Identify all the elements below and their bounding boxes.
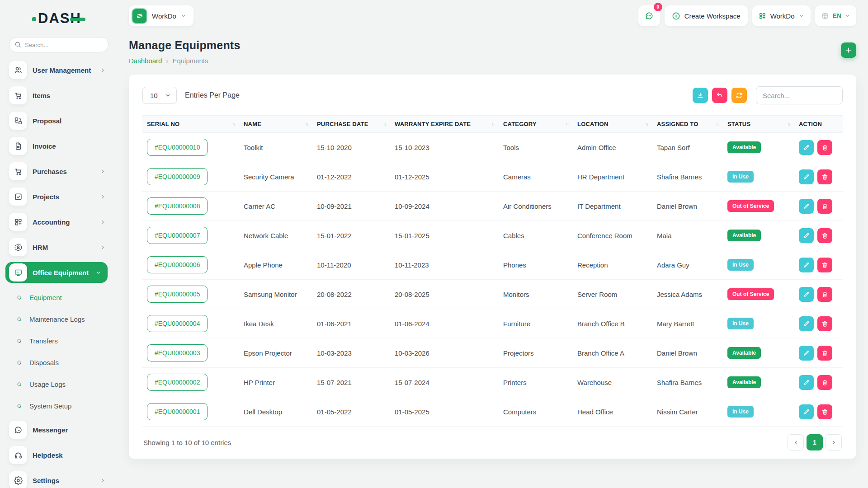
column-header[interactable]: LOCATION ↑↓ (573, 116, 652, 133)
column-header[interactable]: CATEGORY ↑↓ (499, 116, 573, 133)
warranty-expire-date-cell: 15-01-2025 (390, 221, 499, 250)
assigned-to-cell: Daniel Brown (652, 192, 723, 221)
plus-circle-icon (672, 12, 680, 20)
edit-button[interactable] (799, 140, 814, 155)
refresh-button[interactable] (731, 88, 747, 103)
edit-button[interactable] (799, 316, 814, 331)
entries-per-page-select[interactable]: 10 (142, 87, 177, 104)
serial-badge: #EQU00000008 (147, 197, 208, 215)
purchase-date-cell: 01-05-2022 (312, 397, 390, 427)
sidebar-item-invoice[interactable]: Invoice (9, 136, 118, 156)
delete-button[interactable] (817, 228, 832, 243)
create-workspace-button[interactable]: Create Workspace (665, 5, 748, 26)
delete-button[interactable] (817, 199, 832, 214)
column-header[interactable]: ACTION ↑↓ (794, 116, 843, 133)
serial-badge: #EQU00000010 (147, 139, 208, 156)
column-header-label: ACTION (799, 121, 822, 127)
purchase-date-cell: 20-08-2022 (312, 280, 390, 309)
status-cell: In Use (723, 309, 794, 338)
delete-button[interactable] (817, 375, 832, 390)
sidebar-item-office-equipment[interactable]: Office Equipment (5, 262, 108, 283)
delete-button[interactable] (817, 258, 832, 272)
submenu-item-usage-logs[interactable]: Usage Logs (9, 375, 118, 393)
column-header[interactable]: STATUS ↑↓ (723, 116, 794, 133)
chevron-right-icon (100, 169, 106, 174)
sidebar-item-settings[interactable]: Settings (9, 470, 118, 488)
category-cell: Printers (499, 368, 573, 397)
sidebar-item-messenger[interactable]: Messenger (9, 419, 118, 440)
sidebar-search-input[interactable] (9, 37, 108, 52)
sidebar-item-helpdesk[interactable]: Helpdesk (9, 445, 118, 465)
sidebar-item-proposal[interactable]: Proposal (9, 110, 118, 131)
chevron-down-icon (799, 13, 804, 19)
workspace-icon (132, 8, 147, 24)
location-cell: Conference Room (573, 221, 652, 250)
delete-button[interactable] (817, 346, 832, 361)
column-header[interactable]: SERIAL NO ↑↓ (142, 116, 239, 133)
add-equipment-button[interactable] (841, 42, 856, 58)
submenu-item-equipment[interactable]: Equipment (9, 288, 118, 306)
location-cell: Reception (573, 250, 652, 280)
workdo-apps-menu[interactable]: WorkDo (752, 5, 811, 26)
table-search-input[interactable] (756, 86, 843, 104)
sidebar-item-label: Invoice (33, 142, 56, 150)
table-header-row: SERIAL NO ↑↓ NAME ↑↓ (142, 116, 843, 133)
sidebar-item-purchases[interactable]: Purchases (9, 161, 118, 182)
sidebar-item-projects[interactable]: Projects (9, 186, 118, 207)
serial-cell: #EQU00000002 (142, 368, 239, 397)
submenu-item-maintenance-logs[interactable]: Maintenance Logs (9, 310, 118, 328)
delete-button[interactable] (817, 169, 832, 184)
status-badge: In Use (727, 318, 754, 329)
edit-button[interactable] (799, 199, 814, 214)
assigned-to-cell: Mary Barrett (652, 309, 723, 338)
column-header[interactable]: NAME ↑↓ (239, 116, 312, 133)
column-header-label: PURCHASE DATE (317, 121, 368, 127)
edit-button[interactable] (799, 258, 814, 272)
delete-button[interactable] (817, 316, 832, 331)
delete-button[interactable] (817, 287, 832, 302)
edit-button[interactable] (799, 169, 814, 184)
submenu-item-disposals[interactable]: Disposals (9, 353, 118, 371)
pagination-next-button[interactable] (826, 434, 842, 450)
status-cell: Out of Service (723, 280, 794, 309)
purchase-date-cell: 10-11-2020 (312, 250, 390, 280)
language-selector[interactable]: EN (815, 5, 856, 26)
export-download-button[interactable] (693, 88, 708, 103)
messages-button[interactable]: 0 (638, 5, 660, 26)
edit-button[interactable] (799, 228, 814, 243)
name-cell: Samsung Monitor (239, 280, 312, 309)
pencil-icon (803, 174, 810, 180)
sidebar-item-items[interactable]: Items (9, 85, 118, 106)
category-cell: Cameras (499, 162, 573, 192)
edit-button[interactable] (799, 346, 814, 361)
column-header-label: LOCATION (577, 121, 609, 127)
pagination-prev-button[interactable] (788, 434, 804, 450)
name-cell: Dell Desktop (239, 397, 312, 427)
submenu-item-system-setup[interactable]: System Setup (9, 397, 118, 415)
pencil-icon (803, 291, 810, 298)
submenu-item-transfers[interactable]: Transfers (9, 332, 118, 350)
breadcrumb-dashboard-link[interactable]: Dashboard (129, 57, 162, 65)
edit-button[interactable] (799, 404, 814, 419)
sidebar-item-accounting[interactable]: Accounting (9, 211, 118, 232)
purchase-date-cell: 01-06-2021 (312, 309, 390, 338)
edit-button[interactable] (799, 287, 814, 302)
edit-button[interactable] (799, 375, 814, 390)
table-head: SERIAL NO ↑↓ NAME ↑↓ (142, 116, 843, 133)
delete-button[interactable] (817, 404, 832, 419)
delete-button[interactable] (817, 140, 832, 155)
column-header[interactable]: WARRANTY EXPIRE DATE ↑↓ (390, 116, 499, 133)
reset-undo-button[interactable] (712, 88, 727, 103)
column-header-label: SERIAL NO (147, 121, 179, 127)
serial-badge: #EQU00000005 (147, 286, 208, 303)
sidebar-item-user-management[interactable]: User Management (9, 60, 118, 80)
submenu-item-label: Transfers (29, 337, 58, 345)
serial-badge: #EQU00000001 (147, 403, 208, 420)
workspace-selector[interactable]: WorkDo (129, 5, 193, 26)
chat-bubble-icon (9, 421, 27, 439)
pagination-page-1-button[interactable]: 1 (807, 434, 823, 450)
sidebar-item-hrm[interactable]: HRM (9, 237, 118, 258)
table-row: #EQU00000001 Dell Desktop 01-05-2022 01-… (142, 397, 843, 427)
column-header[interactable]: ASSIGNED TO ↑↓ (652, 116, 723, 133)
column-header[interactable]: PURCHASE DATE ↑↓ (312, 116, 390, 133)
